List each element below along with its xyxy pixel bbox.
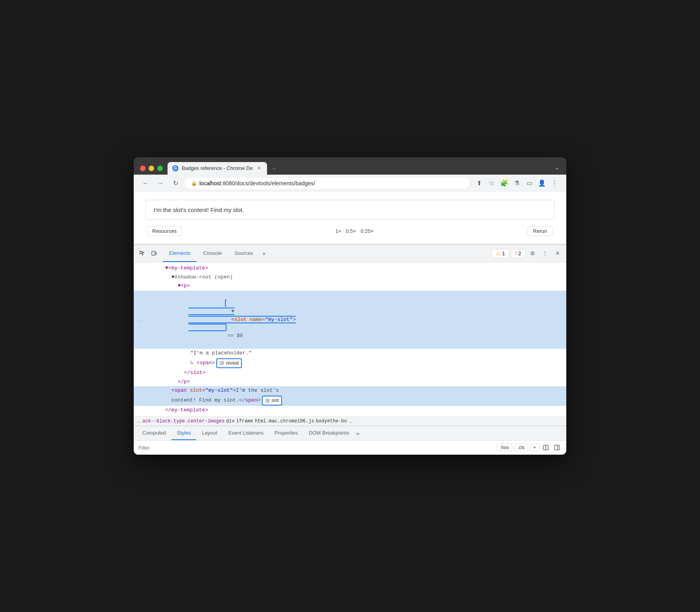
tab-menu-button[interactable]: ⌄ <box>554 163 560 175</box>
expand-arrow: ▼ <box>231 308 234 314</box>
error-icon: ! <box>515 251 517 256</box>
slot-attr-value: "my-slot" <box>265 317 293 323</box>
slot-attr-name: name <box>250 317 262 323</box>
tab-computed[interactable]: Computed <box>137 426 171 440</box>
close-p-line[interactable]: </p> <box>134 378 566 387</box>
close-slot-line[interactable]: </slot> <box>134 369 566 378</box>
breadcrumb-item-1[interactable]: div <box>226 418 235 424</box>
profile-icon[interactable]: 👤 <box>536 178 547 189</box>
svg-rect-1 <box>155 252 157 254</box>
slot-tag-line[interactable]: ... ▼ <slot name="my-slot"> == $0 <box>134 291 566 349</box>
new-tab-button[interactable]: + <box>269 164 280 175</box>
back-button[interactable]: ← <box>140 178 151 189</box>
reveal-badge-label: reveal <box>226 359 239 367</box>
equals-dollar: == $0 <box>227 333 243 339</box>
tab-styles[interactable]: Styles <box>171 426 196 440</box>
resources-button[interactable]: Resources <box>147 226 182 236</box>
breadcrumb-item-4[interactable]: body#the-bo <box>316 418 347 424</box>
tab-sources[interactable]: Sources <box>228 245 260 262</box>
filter-actions: :hov .cls + <box>496 443 562 452</box>
add-style-button[interactable]: + <box>530 444 540 452</box>
tab-dom-breakpoints[interactable]: DOM Breakpoints <box>303 426 355 440</box>
forward-button[interactable]: → <box>155 178 166 189</box>
html-line[interactable]: ▼#shadow-root (open) <box>134 273 566 282</box>
tab-elements[interactable]: Elements <box>163 245 197 262</box>
bookmark-icon[interactable]: ☆ <box>486 178 497 189</box>
reveal-badge[interactable]: reveal <box>216 358 242 368</box>
device-toolbar-icon[interactable] <box>149 248 160 259</box>
breadcrumb-item-2[interactable]: iframe <box>236 418 253 424</box>
close-button[interactable] <box>140 166 146 171</box>
share-icon[interactable]: ⬆ <box>473 178 484 189</box>
svg-rect-0 <box>152 251 155 255</box>
filter-input[interactable] <box>138 445 493 451</box>
computed-sidebar-icon[interactable] <box>552 443 562 452</box>
span-slot-cont-line[interactable]: content! Find my slot.</span> slot <box>134 395 566 406</box>
hover-button[interactable]: :hov <box>496 444 512 452</box>
more-tabs-button[interactable]: » <box>260 250 269 256</box>
devtools-panel: Elements Console Sources » ⚠ 1 <box>134 244 566 455</box>
settings-icon[interactable]: ⚙ <box>527 248 538 259</box>
slot-tag-box: ▼ <slot name="my-slot"> <box>188 299 296 331</box>
more-options-icon[interactable]: ⋮ <box>540 248 551 259</box>
refresh-button[interactable]: ↻ <box>170 178 181 189</box>
tab-event-listeners[interactable]: Event Listeners <box>223 426 269 440</box>
tab-layout[interactable]: Layout <box>196 426 223 440</box>
toggle-sidebar-icon[interactable] <box>541 443 551 452</box>
breadcrumb-item-0[interactable]: ack--block.type.center-images <box>142 418 225 424</box>
extensions-icon[interactable]: 🧩 <box>499 178 510 189</box>
tab-console[interactable]: Console <box>197 245 228 262</box>
rerun-button[interactable]: Rerun <box>527 226 553 236</box>
slot-badge-icon <box>265 398 270 403</box>
active-tab[interactable]: G Badges reference - Chrome De ✕ <box>168 162 267 175</box>
multiplier-group: 1× 0.5× 0.25× <box>188 228 521 234</box>
reveal-line[interactable]: ↳ <span> reveal <box>134 358 566 369</box>
warning-count: 1 <box>502 251 505 256</box>
span-slot-line[interactable]: <span slot="my-slot">I'm the slot's <box>134 386 566 395</box>
slot-content-text: I'm the slot's content! Find my slot. <box>154 206 244 213</box>
url-bar[interactable]: 🔒 localhost:8080/docs/devtools/elements/… <box>185 178 470 189</box>
tab-properties[interactable]: Properties <box>269 426 303 440</box>
shadow-root-text: ▼#shadow-root (open) <box>171 273 233 282</box>
html-line[interactable]: ▼<p> <box>134 282 566 291</box>
breadcrumb-start-ellipsis[interactable]: ... <box>137 418 141 424</box>
arrow-indicator: ↳ <box>190 359 197 367</box>
breadcrumb-end-ellipsis[interactable]: ... <box>348 418 352 424</box>
tab-bar: G Badges reference - Chrome De ✕ + ⌄ <box>168 162 560 175</box>
tab-title: Badges reference - Chrome De <box>182 165 253 171</box>
close-devtools-icon[interactable]: ✕ <box>552 248 563 259</box>
breadcrumb-bar: ... ack--block.type.center-images div if… <box>134 417 566 426</box>
placeholder-text-line[interactable]: "I'm a placeholder." <box>134 349 566 358</box>
multiplier-05x[interactable]: 0.5× <box>346 228 356 234</box>
more-menu-icon[interactable]: ⋮ <box>549 178 560 189</box>
tab-close-button[interactable]: ✕ <box>256 165 262 171</box>
inspect-element-icon[interactable] <box>137 248 148 259</box>
bottom-panel-tabs: Computed Styles Layout Event Listeners P… <box>134 426 566 440</box>
minimize-button[interactable] <box>149 166 154 171</box>
toolbar-icons: ⬆ ☆ 🧩 ⚗ ▭ 👤 ⋮ <box>473 178 560 189</box>
warning-badge[interactable]: ⚠ 1 <box>492 249 509 258</box>
html-line[interactable]: ▼<my-template> <box>134 264 566 273</box>
slot-open-bracket: < <box>231 317 234 323</box>
multiplier-025x[interactable]: 0.25× <box>361 228 374 234</box>
close-slot-tag: </slot> <box>184 369 206 377</box>
devtools-tabs: Elements Console Sources » <box>163 245 492 262</box>
slot-tag-name: slot <box>234 317 247 323</box>
devtools-right-icons: ⚠ 1 ! 2 ⚙ ⋮ ✕ <box>492 248 563 259</box>
cls-button[interactable]: .cls <box>514 444 528 452</box>
breadcrumb-item-3[interactable]: html.mac.chrome106.js <box>255 418 314 424</box>
tag-text: ▼<my-template> <box>165 264 208 273</box>
display-icon[interactable]: ▭ <box>524 178 535 189</box>
close-my-template-line[interactable]: </my-template> <box>134 406 566 415</box>
multiplier-1x[interactable]: 1× <box>335 228 341 234</box>
elements-panel: ▼<my-template> ▼#shadow-root (open) ▼<p>… <box>134 262 566 417</box>
ellipsis-indicator: ... <box>137 316 141 324</box>
lab-icon[interactable]: ⚗ <box>511 178 522 189</box>
warning-icon: ⚠ <box>496 251 501 256</box>
controls-bar: Resources 1× 0.5× 0.25× Rerun <box>146 226 554 236</box>
error-badge[interactable]: ! 2 <box>511 249 525 258</box>
devtools-icons <box>137 248 160 259</box>
maximize-button[interactable] <box>157 166 163 171</box>
slot-badge[interactable]: slot <box>262 396 282 406</box>
more-bottom-tabs-button[interactable]: » <box>356 430 359 437</box>
